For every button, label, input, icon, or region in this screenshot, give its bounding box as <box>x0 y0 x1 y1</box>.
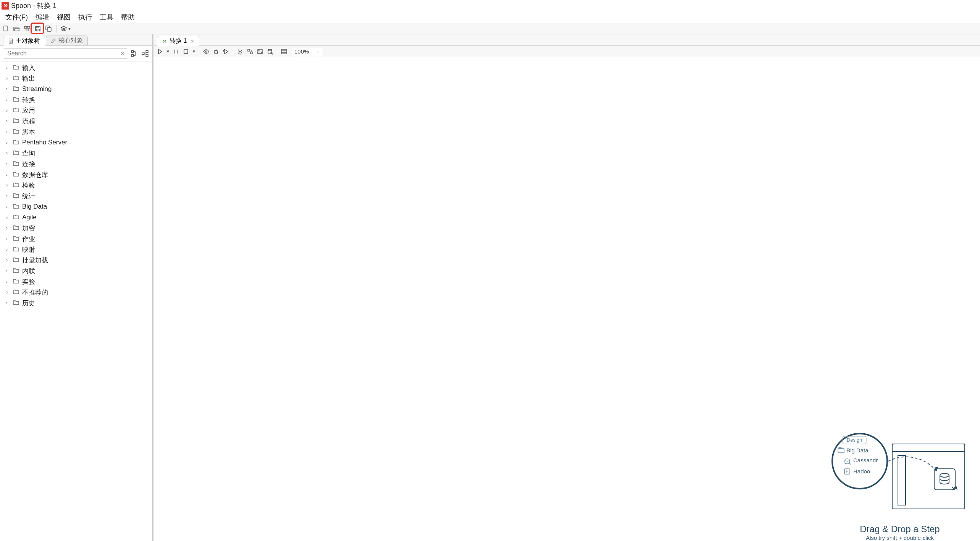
tree-item[interactable]: ›映射 <box>0 244 152 255</box>
new-file-icon[interactable] <box>2 24 10 33</box>
tree-item[interactable]: ›脚本 <box>0 126 152 137</box>
menu-run[interactable]: 执行 <box>74 11 96 23</box>
expand-caret-icon[interactable]: › <box>6 151 10 156</box>
expand-caret-icon[interactable]: › <box>6 183 10 188</box>
svg-rect-20 <box>250 52 252 54</box>
svg-rect-5 <box>37 26 39 28</box>
tree-item[interactable]: ›检验 <box>0 180 152 191</box>
sql-icon[interactable] <box>256 48 264 55</box>
open-file-icon[interactable] <box>12 24 21 33</box>
tree-item[interactable]: ›流程 <box>0 116 152 126</box>
expand-caret-icon[interactable]: › <box>6 300 10 306</box>
pencil-icon <box>51 38 56 44</box>
tree-item-label: 流程 <box>22 117 35 126</box>
tree-item-label: 内联 <box>22 267 35 275</box>
search-input[interactable] <box>4 48 127 59</box>
menu-bar: 文件(F) 编辑 视图 执行 工具 帮助 <box>0 11 980 23</box>
svg-rect-12 <box>131 54 134 57</box>
explore-db-icon[interactable] <box>266 48 274 55</box>
tree-item[interactable]: ›Big Data <box>0 201 152 212</box>
menu-file[interactable]: 文件(F) <box>2 11 32 23</box>
save-as-icon[interactable] <box>44 24 53 33</box>
steps-tree[interactable]: ›输入›输出›Streaming›转换›应用›流程›脚本›Pentaho Ser… <box>0 62 152 541</box>
impact-icon[interactable] <box>246 48 254 55</box>
svg-point-29 <box>940 473 949 477</box>
replay-icon[interactable] <box>222 48 230 55</box>
stop-icon[interactable] <box>182 48 190 55</box>
tab-transformation-1[interactable]: 转换 1 ✕ <box>157 36 199 46</box>
expand-caret-icon[interactable]: › <box>6 108 10 113</box>
tree-item[interactable]: ›作业 <box>0 233 152 244</box>
expand-caret-icon[interactable]: › <box>6 215 10 220</box>
expand-caret-icon[interactable]: › <box>6 204 10 209</box>
tree-item[interactable]: ›不推荐的 <box>0 287 152 298</box>
tree-item-label: 不推荐的 <box>22 288 48 297</box>
menu-view[interactable]: 视图 <box>53 11 74 23</box>
clear-search-icon[interactable]: ✕ <box>120 50 125 57</box>
expand-caret-icon[interactable]: › <box>6 140 10 145</box>
show-results-icon[interactable] <box>280 48 288 55</box>
expand-caret-icon[interactable]: › <box>6 76 10 81</box>
menu-help[interactable]: 帮助 <box>117 11 139 23</box>
folder-icon <box>13 299 19 307</box>
svg-rect-0 <box>4 26 7 31</box>
expand-caret-icon[interactable]: › <box>6 161 10 167</box>
zoom-select[interactable]: 100% ⌄ <box>292 47 322 56</box>
expand-caret-icon[interactable]: › <box>6 236 10 241</box>
svg-text:Cassandr: Cassandr <box>853 457 878 463</box>
expand-caret-icon[interactable]: › <box>6 268 10 274</box>
tree-item[interactable]: ›加密 <box>0 223 152 233</box>
pause-icon[interactable] <box>172 48 180 55</box>
expand-caret-icon[interactable]: › <box>6 225 10 231</box>
menu-edit[interactable]: 编辑 <box>32 11 53 23</box>
expand-caret-icon[interactable]: › <box>6 129 10 134</box>
menu-tools[interactable]: 工具 <box>96 11 117 23</box>
canvas[interactable]: Design Big Data Cassandr H Hadoo Drag <box>154 57 980 541</box>
expand-caret-icon[interactable]: › <box>6 118 10 124</box>
explore-repo-icon[interactable] <box>23 24 31 33</box>
tree-item[interactable]: ›连接 <box>0 159 152 169</box>
verify-icon[interactable] <box>236 48 244 55</box>
svg-rect-28 <box>934 469 955 490</box>
expand-caret-icon[interactable]: › <box>6 290 10 295</box>
tree-item[interactable]: ›内联 <box>0 266 152 276</box>
save-icon[interactable] <box>34 24 42 33</box>
tree-item[interactable]: ›应用 <box>0 105 152 116</box>
tree-item[interactable]: ›历史 <box>0 298 152 308</box>
tree-item[interactable]: ›转换 <box>0 94 152 105</box>
run-icon[interactable] <box>156 48 164 55</box>
tree-item[interactable]: ›统计 <box>0 191 152 201</box>
expand-caret-icon[interactable]: › <box>6 193 10 199</box>
stop-options-dropdown-icon[interactable]: ▼ <box>192 48 196 55</box>
dropdown-caret-icon: ⌄ <box>316 49 320 53</box>
expand-caret-icon[interactable]: › <box>6 86 10 92</box>
collapse-all-icon[interactable] <box>142 50 149 57</box>
expand-caret-icon[interactable]: › <box>6 279 10 284</box>
tree-item[interactable]: ›Streaming <box>0 84 152 94</box>
expand-caret-icon[interactable]: › <box>6 258 10 263</box>
expand-all-icon[interactable] <box>131 50 138 57</box>
tree-item[interactable]: ›查询 <box>0 148 152 159</box>
debug-icon[interactable] <box>212 48 220 55</box>
tree-item-label: 加密 <box>22 224 35 233</box>
tree-item[interactable]: ›实验 <box>0 276 152 287</box>
svg-rect-2 <box>27 26 30 28</box>
tree-item[interactable]: ›Agile <box>0 212 152 223</box>
tab-core-objects[interactable]: 核心对象 <box>46 36 88 45</box>
expand-caret-icon[interactable]: › <box>6 247 10 252</box>
close-tab-icon[interactable]: ✕ <box>189 39 194 44</box>
run-options-dropdown-icon[interactable]: ▼ <box>166 48 170 55</box>
expand-caret-icon[interactable]: › <box>6 97 10 102</box>
tree-item[interactable]: ›Pentaho Server <box>0 137 152 148</box>
expand-caret-icon[interactable]: › <box>6 172 10 177</box>
expand-caret-icon[interactable]: › <box>6 65 10 70</box>
perspective-icon[interactable]: ▼ <box>61 24 71 33</box>
tree-item[interactable]: ›输入 <box>0 62 152 73</box>
tree-item-label: 脚本 <box>22 128 35 136</box>
svg-rect-16 <box>184 50 188 53</box>
preview-icon[interactable] <box>202 48 210 55</box>
tree-item[interactable]: ›批量加载 <box>0 255 152 266</box>
tab-main-tree[interactable]: 主对象树 <box>3 36 45 46</box>
tree-item[interactable]: ›输出 <box>0 73 152 84</box>
tree-item[interactable]: ›数据仓库 <box>0 169 152 180</box>
